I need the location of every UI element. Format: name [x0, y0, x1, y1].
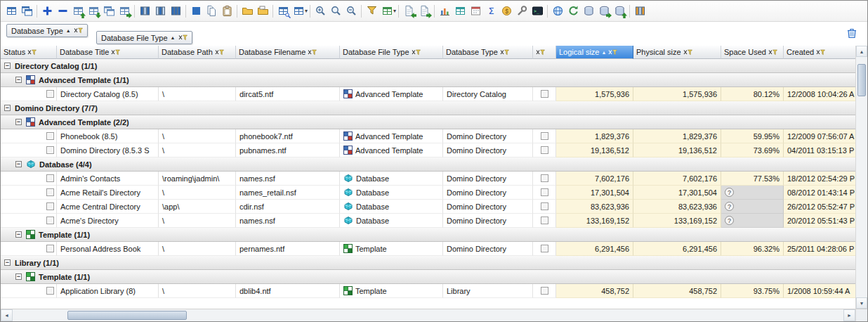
cell-path[interactable]: \: [159, 242, 236, 256]
collapse-group-button[interactable]: −: [4, 259, 11, 266]
sort-filter-icon[interactable]: [536, 49, 545, 56]
row-checkbox[interactable]: [541, 202, 548, 210]
cell-filename[interactable]: dircat5.ntf: [236, 87, 340, 101]
cell-space-used[interactable]: 73.69%: [721, 143, 784, 157]
row-checkbox[interactable]: [541, 146, 548, 154]
cell-status[interactable]: [1, 129, 57, 143]
cell-physical-size[interactable]: 133,169,152: [633, 214, 721, 228]
cell-file-type[interactable]: Advanced Template: [340, 143, 443, 157]
cell-space-used[interactable]: ?: [721, 186, 784, 200]
sort-filter-icon[interactable]: [74, 27, 83, 34]
horizontal-scrollbar[interactable]: ◄ ►: [1, 309, 855, 321]
row-checkbox[interactable]: [541, 287, 548, 295]
column-header-filename[interactable]: Database Filename: [236, 46, 340, 59]
cell-status[interactable]: [1, 242, 57, 256]
column-header-path[interactable]: Database Path: [159, 46, 236, 59]
sort-filter-icon[interactable]: [768, 49, 777, 56]
cell-physical-size[interactable]: 83,623,936: [633, 200, 721, 214]
cell-db-type[interactable]: Domino Directory: [443, 129, 533, 143]
sort-filter-icon[interactable]: [27, 49, 37, 56]
duplicate-grid-button[interactable]: [101, 4, 117, 19]
unload-selection-button[interactable]: [86, 4, 101, 19]
cell-db-type[interactable]: Domino Directory: [443, 172, 533, 186]
unknown-value-icon[interactable]: ?: [725, 216, 734, 225]
currency-values-button[interactable]: $: [499, 4, 514, 19]
cell-db-type[interactable]: Domino Directory: [443, 214, 533, 228]
cell-space-used[interactable]: ?: [721, 214, 784, 228]
table-row[interactable]: Domino Directory (8.5.3 S\pubnames.ntfAd…: [1, 143, 855, 157]
cell-status[interactable]: [1, 172, 57, 186]
zoom-out-button[interactable]: [343, 4, 359, 19]
cell-path[interactable]: \app\: [159, 200, 236, 214]
grid-layout-options-button[interactable]: [291, 4, 306, 19]
refresh-data-button[interactable]: [565, 4, 581, 19]
cell-created[interactable]: 04/2011 03:15:13 P: [784, 143, 855, 157]
column-header-file-type[interactable]: Database File Type: [340, 46, 443, 59]
cell-logical-size[interactable]: 6,291,456: [556, 242, 633, 256]
row-checkbox[interactable]: [541, 90, 548, 98]
cell-path[interactable]: \: [159, 284, 236, 298]
open-grid-button[interactable]: [4, 4, 19, 19]
cell-path[interactable]: \: [159, 186, 236, 200]
export-document-button[interactable]: [416, 4, 432, 19]
copy-cells-button[interactable]: [204, 4, 219, 19]
row-checkbox[interactable]: [46, 188, 54, 196]
row-checkbox[interactable]: [46, 287, 54, 295]
collapse-group-button[interactable]: −: [15, 161, 22, 167]
cell-title[interactable]: Acme's Directory: [57, 214, 159, 228]
group-row-level2[interactable]: −Advanced Template (2/2): [1, 115, 855, 129]
cell-created[interactable]: 12/2008 10:04:26 A: [784, 87, 855, 101]
cell-title[interactable]: Phonebook (8.5): [57, 129, 159, 143]
group-chip-database-file-type[interactable]: Database File Type ▲: [96, 31, 192, 44]
manage-columns-button[interactable]: [168, 4, 183, 19]
sort-filter-icon[interactable]: [178, 34, 188, 41]
show-all-columns-button[interactable]: [137, 4, 152, 19]
filter-rows-button[interactable]: [364, 4, 379, 19]
cell-db-type[interactable]: Domino Directory: [443, 242, 533, 256]
collapse-group-button[interactable]: −: [4, 105, 11, 111]
sum-values-button[interactable]: Σ: [483, 4, 499, 19]
group-row-level2[interactable]: −Template (1/1): [1, 270, 855, 284]
row-checkbox[interactable]: [46, 90, 54, 98]
row-checkbox[interactable]: [46, 245, 54, 252]
scroll-left-button[interactable]: ◄: [1, 309, 13, 321]
clear-grouping-button[interactable]: [845, 26, 859, 40]
cell-status[interactable]: [1, 87, 57, 101]
cell-db-type[interactable]: Library: [443, 284, 533, 298]
cell-title[interactable]: Directory Catalog (8.5): [57, 87, 159, 101]
cell-file-type[interactable]: Database: [340, 200, 443, 214]
group-chip-database-type[interactable]: Database Type ▲: [6, 24, 88, 37]
cell-created[interactable]: 25/2011 04:28:06 P: [784, 242, 855, 256]
sort-filter-icon[interactable]: [608, 49, 617, 56]
table-row[interactable]: Personal Address Book\pernames.ntfTempla…: [1, 242, 855, 256]
cell-physical-size[interactable]: 17,301,504: [633, 186, 721, 200]
cell-file-type[interactable]: Database: [340, 186, 443, 200]
cell-created[interactable]: 1/2008 10:59:44 A: [784, 284, 855, 298]
group-row-level1[interactable]: −Library (1/1): [1, 256, 855, 270]
cell-db-type[interactable]: Domino Directory: [443, 186, 533, 200]
row-checkbox[interactable]: [46, 217, 54, 224]
cell-path[interactable]: \: [159, 143, 236, 157]
cell-filename[interactable]: cdir.nsf: [236, 200, 340, 214]
cell-file-type[interactable]: Advanced Template: [340, 129, 443, 143]
cell-physical-size[interactable]: 458,752: [633, 284, 721, 298]
cell-status[interactable]: [1, 143, 57, 157]
pivot-view-button[interactable]: [452, 4, 468, 19]
cell-created[interactable]: 08/2012 01:43:14 P: [784, 186, 855, 200]
replicate-database-button[interactable]: [596, 4, 612, 19]
row-checkbox[interactable]: [46, 146, 54, 154]
cell-space-used[interactable]: 77.53%: [721, 172, 784, 186]
cell-space-used[interactable]: ?: [721, 200, 784, 214]
cell-flag[interactable]: [533, 242, 556, 256]
table-row[interactable]: Admin's Contacts\roaming\jadmin\names.ns…: [1, 172, 855, 186]
cell-logical-size[interactable]: 19,136,512: [556, 143, 633, 157]
search-grid-button[interactable]: [275, 4, 291, 19]
cell-flag[interactable]: [533, 214, 556, 228]
add-row-button[interactable]: [39, 4, 55, 19]
table-row[interactable]: Application Library (8)\dblib4.ntfTempla…: [1, 284, 855, 298]
collapse-group-button[interactable]: −: [4, 63, 11, 69]
row-checkbox[interactable]: [541, 245, 548, 252]
collapse-group-button[interactable]: −: [15, 77, 22, 83]
zoom-in-button[interactable]: [313, 4, 328, 19]
row-checkbox[interactable]: [541, 217, 548, 224]
